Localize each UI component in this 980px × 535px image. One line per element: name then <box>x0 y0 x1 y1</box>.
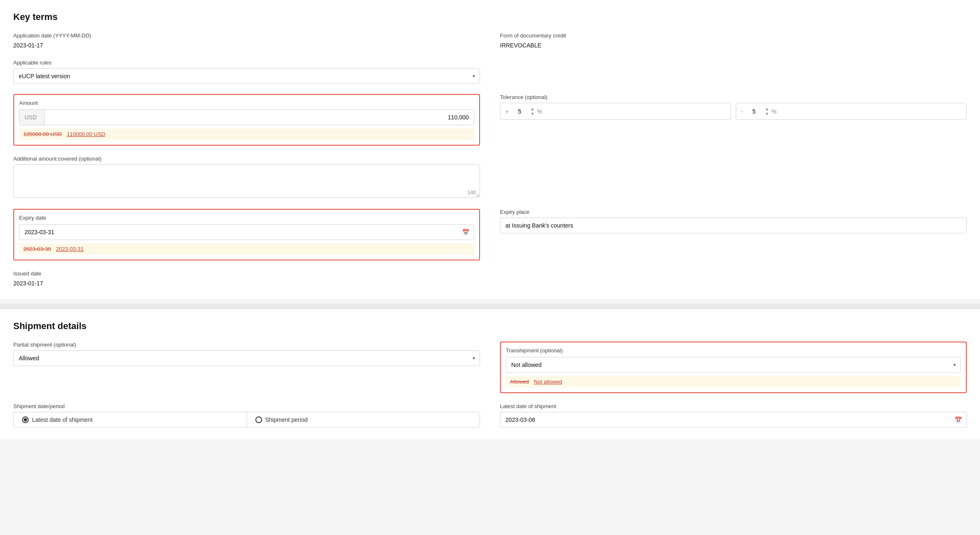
transhipment-group: Transhipment (optional) Allowed Not allo… <box>500 342 967 393</box>
tolerance-group: Tolerance (optional) + ▲ ▼ % - ▲ <box>500 94 967 146</box>
form-of-credit-label: Form of documentary credit <box>500 32 967 39</box>
shipment-details-section: Shipment details Partial shipment (optio… <box>0 309 980 439</box>
transhipment-diff-new: Not allowed <box>534 379 562 385</box>
additional-amount-wrapper: 140 <box>13 164 480 199</box>
applicable-rules-group: Applicable rules eUCP latest version UCP… <box>13 59 480 84</box>
transhipment-label: Transhipment (optional) <box>506 347 961 354</box>
tolerance-plus-sign: + <box>505 108 509 115</box>
additional-amount-input[interactable] <box>13 164 480 198</box>
tolerance-plus-percent: % <box>537 108 542 115</box>
shipment-date-radio-group: Latest date of shipment Shipment period <box>13 412 480 428</box>
tolerance-plus-input[interactable] <box>511 108 528 115</box>
tolerance-minus-percent: % <box>772 108 777 115</box>
shipment-date-label: Shipment date/period <box>13 403 480 409</box>
applicable-rules-select-wrapper: eUCP latest version UCP 600 ISP98 ▾ <box>13 68 480 84</box>
application-date-label: Application date (YYYY-MM-DD) <box>13 32 480 39</box>
latest-date-shipment-input[interactable] <box>500 412 967 428</box>
expiry-date-wrapper: 📅 <box>19 224 474 240</box>
tolerance-minus-input[interactable] <box>746 108 762 115</box>
expiry-place-group: Expiry place <box>500 209 967 260</box>
tolerance-plus-stepper[interactable]: ▲ ▼ <box>530 107 535 116</box>
shipment-date-radio1-label: Latest date of shipment <box>32 416 93 423</box>
shipment-date-radio-option1[interactable]: Latest date of shipment <box>14 412 247 427</box>
expiry-date-input[interactable] <box>19 224 474 240</box>
shipment-date-radio1-circle <box>22 416 29 423</box>
expiry-date-diff-bar: 2023-03-30 2023-03-31 <box>19 243 474 255</box>
latest-date-shipment-wrapper: 📅 <box>500 412 967 428</box>
additional-amount-char-count: 140 <box>468 190 476 196</box>
expiry-date-group: Expiry date 📅 2023-03-30 2023-03-31 <box>13 209 480 260</box>
amount-label: Amount <box>19 100 474 106</box>
amount-diff-old: 105000.00 USD <box>23 131 62 137</box>
additional-amount-right-spacer <box>500 156 967 199</box>
tolerance-plus-item: + ▲ ▼ % <box>500 103 731 120</box>
applicable-rules-label: Applicable rules <box>13 59 480 66</box>
additional-amount-label: Additional amount covered (optional) <box>13 156 480 162</box>
transhipment-diff-bar: Allowed Not allowed <box>506 376 961 387</box>
issued-date-right-spacer <box>500 270 967 287</box>
issued-date-value: 2023-01-17 <box>13 279 480 287</box>
partial-shipment-group: Partial shipment (optional) Allowed Not … <box>13 342 480 393</box>
amount-diff-new: 110000.00 USD <box>67 131 106 137</box>
tolerance-minus-sign: - <box>741 108 743 115</box>
application-date-group: Application date (YYYY-MM-DD) 2023-01-17 <box>13 32 480 50</box>
application-date-value: 2023-01-17 <box>13 41 480 50</box>
amount-input[interactable] <box>45 110 474 125</box>
key-terms-section: Key terms Application date (YYYY-MM-DD) … <box>0 0 980 299</box>
amount-currency: USD <box>20 110 45 125</box>
issued-date-label: Issued date <box>13 270 480 277</box>
amount-diff-bar: 105000.00 USD 110000.00 USD <box>19 129 474 140</box>
amount-group: Amount USD 105000.00 USD 110000.00 USD <box>13 94 480 146</box>
partial-shipment-select-wrapper: Allowed Not allowed Conditional ▾ <box>13 350 480 366</box>
tolerance-minus-item: - ▲ ▼ % <box>736 103 967 120</box>
key-terms-title: Key terms <box>13 12 967 22</box>
section-divider <box>0 304 980 309</box>
tolerance-label: Tolerance (optional) <box>500 94 967 100</box>
expiry-place-input[interactable] <box>500 218 967 233</box>
shipment-date-radio-option2[interactable]: Shipment period <box>247 412 480 427</box>
form-of-credit-value: IRREVOCABLE <box>500 41 967 50</box>
expiry-place-label: Expiry place <box>500 209 967 215</box>
transhipment-select-wrapper: Allowed Not allowed Conditional ▾ <box>506 357 961 373</box>
latest-date-shipment-group: Latest date of shipment 📅 <box>500 403 967 428</box>
partial-shipment-label: Partial shipment (optional) <box>13 342 480 348</box>
expiry-date-diff-old: 2023-03-30 <box>23 246 51 252</box>
expiry-date-diff-new: 2023-03-31 <box>56 246 84 252</box>
latest-date-shipment-label: Latest date of shipment <box>500 403 967 409</box>
issued-date-group: Issued date 2023-01-17 <box>13 270 480 287</box>
form-of-credit-group: Form of documentary credit IRREVOCABLE <box>500 32 967 50</box>
shipment-date-radio2-circle <box>255 416 262 423</box>
applicable-rules-right-spacer <box>500 59 967 84</box>
tolerance-row: + ▲ ▼ % - ▲ ▼ % <box>500 103 967 120</box>
shipment-details-title: Shipment details <box>13 321 967 332</box>
amount-input-row: USD <box>19 109 474 125</box>
applicable-rules-select[interactable]: eUCP latest version UCP 600 ISP98 <box>13 68 480 84</box>
partial-shipment-select[interactable]: Allowed Not allowed Conditional <box>13 350 480 366</box>
tolerance-minus-stepper[interactable]: ▲ ▼ <box>765 107 769 116</box>
shipment-date-group: Shipment date/period Latest date of ship… <box>13 403 480 428</box>
additional-amount-group: Additional amount covered (optional) 140 <box>13 156 480 199</box>
transhipment-select[interactable]: Allowed Not allowed Conditional <box>506 357 961 373</box>
transhipment-diff-old: Allowed <box>510 379 529 385</box>
shipment-date-radio2-label: Shipment period <box>265 416 308 423</box>
expiry-date-label: Expiry date <box>19 215 474 221</box>
